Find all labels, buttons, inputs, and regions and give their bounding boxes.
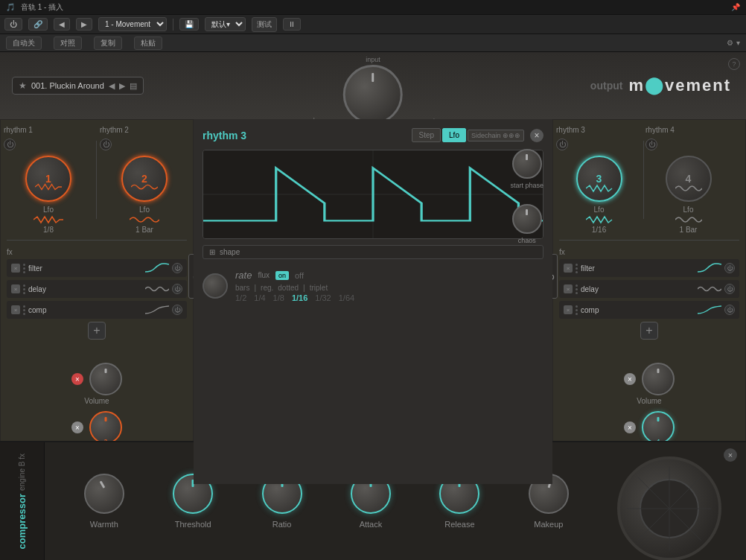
rhythm4-power-btn[interactable]: ⏻ <box>645 139 657 150</box>
preset-list-btn[interactable]: ▤ <box>130 81 137 91</box>
rhythm1-type: Lfo <box>43 206 54 214</box>
popup-close-btn[interactable]: × <box>530 129 543 142</box>
rate-eighth-btn[interactable]: 1/8 <box>273 293 284 302</box>
info-btn[interactable]: ? <box>728 58 740 70</box>
b-filter-power-btn[interactable]: ⏻ <box>724 263 735 273</box>
dotted-btn[interactable]: dotted <box>278 284 299 292</box>
power-btn[interactable]: ⏻ <box>4 18 22 31</box>
link-btn[interactable]: 🔗 <box>28 18 48 31</box>
delay-close-btn[interactable]: × <box>11 284 20 293</box>
rate-32nd-btn[interactable]: 1/32 <box>315 293 331 302</box>
rate-label: rate <box>235 270 252 281</box>
bars-btn[interactable]: bars <box>235 284 249 292</box>
comp-close-btn[interactable]: × <box>11 305 20 314</box>
rate-knob[interactable] <box>203 273 228 299</box>
comp-handle[interactable] <box>23 305 25 315</box>
start-phase-control: start phase <box>510 149 543 189</box>
pan-cross-icon[interactable]: × <box>71 421 83 433</box>
rhythm2-power-btn[interactable]: ⏻ <box>100 139 112 150</box>
forward-btn[interactable]: ▶ <box>76 18 92 31</box>
rate-64th-btn[interactable]: 1/64 <box>339 293 354 302</box>
filter-power-btn[interactable]: ⏻ <box>172 263 182 273</box>
triplet-btn[interactable]: triplet <box>310 284 328 292</box>
plugin-container: ★ 001. Pluckin Around ◀ ▶ ▤ input dry we… <box>0 52 746 484</box>
rhythm2-waveform <box>130 215 159 224</box>
pan-knob[interactable]: 2 <box>89 411 122 444</box>
rhythm3-power-btn[interactable]: ⏻ <box>556 139 568 150</box>
rhythm1-power-btn[interactable]: ⏻ <box>4 139 16 150</box>
engine-a-volume: × Volume <box>71 363 122 405</box>
b-comp-close-btn[interactable]: × <box>564 305 573 314</box>
toolbar: ⏻ 🔗 ◀ ▶ 1 - Movement 💾 默认▾ 测试 ⏸ <box>0 15 746 34</box>
reg-btn[interactable]: reg. <box>261 284 273 292</box>
big-wheel[interactable] <box>617 456 721 560</box>
lfo-svg <box>203 150 543 238</box>
track-select[interactable]: 1 - Movement <box>98 17 167 31</box>
rate-quarter-btn[interactable]: 1/4 <box>254 293 265 302</box>
rhythm4-knob[interactable]: 4 <box>666 156 712 202</box>
b-delay-power-btn[interactable]: ⏻ <box>724 284 735 294</box>
step-tab-btn[interactable]: Step <box>412 128 441 142</box>
lfo-display-area: ⊞ shape <box>203 150 543 265</box>
comp-curve <box>145 305 169 315</box>
engine-b-fx-title: fx <box>559 248 739 256</box>
b-delay-close-btn[interactable]: × <box>564 284 573 293</box>
start-phase-knob[interactable] <box>512 149 542 179</box>
comp-power-btn[interactable]: ⏻ <box>172 305 182 315</box>
rhythm1-knob[interactable]: 1 <box>25 156 71 202</box>
rhythm3-number: 3 <box>596 173 602 185</box>
rhythm4-rate: 1 Bar <box>680 226 698 234</box>
b-comp-row: × comp ⏻ <box>559 301 739 319</box>
rhythm3-knob[interactable]: 3 <box>576 156 622 202</box>
b-delay-handle[interactable] <box>576 284 578 294</box>
auto-off-btn[interactable]: 自动关 <box>6 36 42 50</box>
flux-on-btn[interactable]: on <box>275 271 289 280</box>
rate-sixteenth-btn[interactable]: 1/16 <box>292 293 307 302</box>
b-filter-handle[interactable] <box>576 264 578 273</box>
copy-btn[interactable]: 复制 <box>94 36 122 50</box>
rate-half-btn[interactable]: 1/2 <box>235 293 246 302</box>
b-add-fx-btn[interactable]: + <box>640 322 658 340</box>
compare-btn[interactable]: 对照 <box>54 36 82 50</box>
midi-btn[interactable]: ⏸ <box>283 18 301 31</box>
back-btn[interactable]: ◀ <box>54 18 70 31</box>
volume-cross-icon[interactable]: × <box>71 373 83 385</box>
rhythm2-knob[interactable]: 2 <box>121 156 168 202</box>
b-pan-knob[interactable]: 4 <box>642 411 675 444</box>
save-btn[interactable]: 💾 <box>179 18 199 31</box>
warmth-group: Warmth <box>84 474 124 529</box>
default-select[interactable]: 默认▾ <box>205 17 246 31</box>
filter-close-btn[interactable]: × <box>11 264 20 273</box>
b-pan-cross-icon[interactable]: × <box>624 421 636 433</box>
lfo-tab-btn[interactable]: Lfo <box>442 128 466 142</box>
filter-handle[interactable] <box>23 264 25 273</box>
chaos-knob[interactable] <box>512 204 542 234</box>
sidechain-tab-btn[interactable]: Sidechain ⊕⊕⊕ <box>468 130 524 141</box>
star-icon[interactable]: ★ <box>19 80 27 91</box>
prev-preset-btn[interactable]: ◀ <box>109 81 115 91</box>
b-comp-handle[interactable] <box>576 305 578 315</box>
b-filter-close-btn[interactable]: × <box>564 264 573 273</box>
input-knob[interactable] <box>342 65 402 124</box>
warmth-knob[interactable] <box>84 474 124 514</box>
add-fx-btn[interactable]: + <box>88 322 106 340</box>
pin-icon[interactable]: 📌 <box>731 3 740 11</box>
paste-btn[interactable]: 粘贴 <box>134 36 162 50</box>
bottom-close-btn[interactable]: × <box>724 448 737 462</box>
delay-power-btn[interactable]: ⏻ <box>172 284 182 294</box>
preset-name: 001. Pluckin Around <box>31 81 104 90</box>
gear-icon[interactable]: ⚙ <box>727 39 733 47</box>
rate-controls: rate flux on off bars | reg. dotted | tr… <box>235 270 354 302</box>
delay-handle[interactable] <box>23 284 25 294</box>
volume-knob[interactable] <box>89 363 122 395</box>
b-volume-knob[interactable] <box>642 363 675 395</box>
b-volume-cross-icon[interactable]: × <box>624 373 636 385</box>
down-icon[interactable]: ▾ <box>736 39 740 47</box>
shape-btn[interactable]: ⊞ shape <box>203 245 543 259</box>
flux-off-btn[interactable]: off <box>295 271 304 280</box>
settings-area: ⚙ ▾ <box>727 39 740 47</box>
b-comp-power-btn[interactable]: ⏻ <box>724 305 735 315</box>
input-label: input <box>366 56 380 63</box>
next-preset-btn[interactable]: ▶ <box>119 81 125 91</box>
test-btn[interactable]: 测试 <box>252 17 277 32</box>
